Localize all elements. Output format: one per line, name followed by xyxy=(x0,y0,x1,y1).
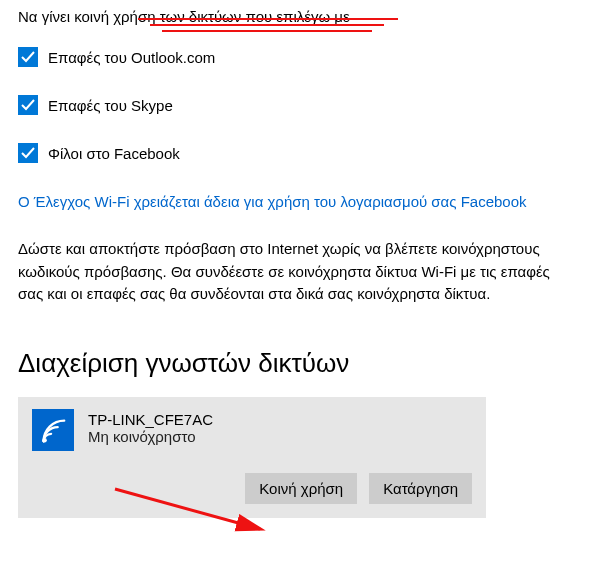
intro-text: Να γίνει κοινή χρήση των δικτύων που επι… xyxy=(18,8,582,25)
remove-button[interactable]: Κατάργηση xyxy=(369,473,472,504)
checkbox-label: Επαφές του Skype xyxy=(48,97,173,114)
checkbox-label: Φίλοι στο Facebook xyxy=(48,145,180,162)
wifi-icon xyxy=(32,409,74,451)
network-item[interactable]: TP-LINK_CFE7AC Μη κοινόχρηστο Κοινή χρήσ… xyxy=(18,397,486,518)
section-title-known-networks: Διαχείριση γνωστών δικτύων xyxy=(18,348,582,379)
checkmark-icon xyxy=(18,143,38,163)
checkbox-outlook[interactable]: Επαφές του Outlook.com xyxy=(18,47,582,67)
facebook-permission-link[interactable]: Ο Έλεγχος Wi-Fi χρειάζεται άδεια για χρή… xyxy=(18,191,578,212)
description-text: Δώστε και αποκτήστε πρόσβαση στο Interne… xyxy=(18,238,578,306)
checkbox-label: Επαφές του Outlook.com xyxy=(48,49,215,66)
share-button[interactable]: Κοινή χρήση xyxy=(245,473,357,504)
annotation-underline xyxy=(162,30,372,32)
checkmark-icon xyxy=(18,95,38,115)
checkbox-facebook[interactable]: Φίλοι στο Facebook xyxy=(18,143,582,163)
checkmark-icon xyxy=(18,47,38,67)
network-status: Μη κοινόχρηστο xyxy=(88,428,213,445)
svg-point-0 xyxy=(42,438,47,443)
checkbox-skype[interactable]: Επαφές του Skype xyxy=(18,95,582,115)
network-name: TP-LINK_CFE7AC xyxy=(88,411,213,428)
